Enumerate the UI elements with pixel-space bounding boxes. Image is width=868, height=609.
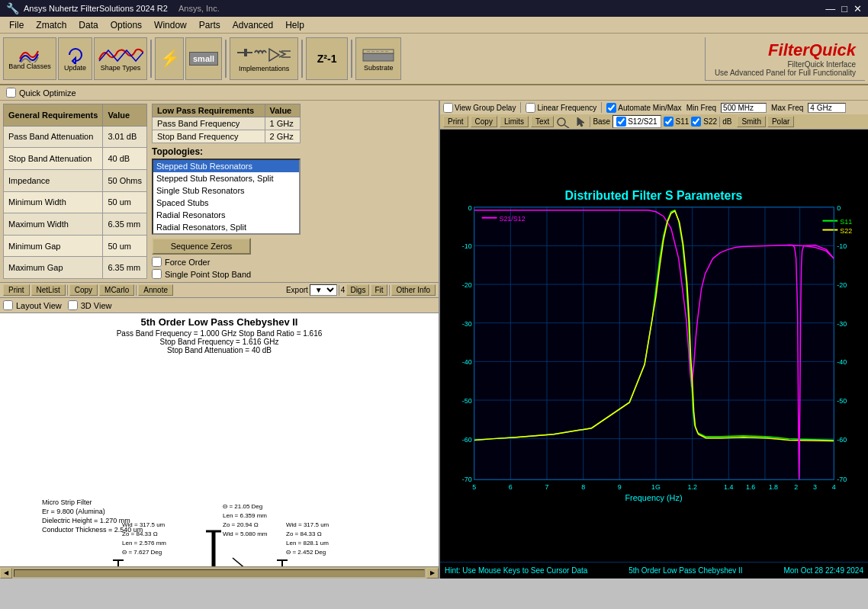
topology-radial-split[interactable]: Radial Resonators, Split	[153, 221, 299, 233]
svg-text:-40: -40	[462, 358, 472, 366]
low-pass-req-value-header: Value	[265, 104, 301, 117]
automate-minmax-checkbox[interactable]	[606, 103, 616, 113]
sp-limits-button[interactable]: Limits	[500, 116, 529, 127]
scroll-thumb[interactable]	[14, 569, 425, 577]
maximize-button[interactable]: □	[841, 3, 847, 14]
layout-view-checkbox[interactable]	[3, 300, 13, 310]
schem-copy-button[interactable]: Copy	[69, 284, 98, 296]
3d-view-checkbox[interactable]	[68, 300, 78, 310]
menu-window[interactable]: Window	[148, 18, 193, 32]
layout-view-label: Layout View	[16, 301, 62, 310]
svg-text:1.2: 1.2	[687, 483, 696, 491]
toolbar-update[interactable]: Update	[58, 37, 92, 80]
topology-spaced-stubs[interactable]: Spaced Stubs	[153, 197, 299, 209]
single-point-checkbox[interactable]	[152, 269, 162, 279]
svg-text:8: 8	[581, 483, 585, 491]
small-icon: small	[189, 52, 218, 66]
scroll-right-button[interactable]: ▶	[426, 568, 439, 579]
stub1-zo: Zo = 84.33 Ω	[122, 530, 158, 537]
svg-marker-4	[269, 49, 279, 61]
app-icon: 🔧	[6, 2, 19, 14]
toolbar-substrate[interactable]: Substrate	[355, 37, 401, 80]
substrate-icon	[359, 46, 397, 64]
close-button[interactable]: ✕	[854, 3, 862, 14]
schem-annote-button[interactable]: Annote	[138, 284, 173, 296]
band-classes-label: Band Classes	[8, 63, 51, 70]
linear-freq-checkbox[interactable]	[526, 103, 535, 113]
max-gap-label: Maximum Gap	[4, 257, 103, 279]
sp-print-button[interactable]: Print	[443, 116, 468, 127]
topology-single-stub[interactable]: Single Stub Resonators	[153, 184, 299, 197]
implementations-icon	[233, 45, 294, 65]
toolbar-optimize-icon[interactable]: ⚡	[155, 37, 184, 80]
svg-text:-10: -10	[462, 242, 472, 250]
sp-base-label: Base	[593, 117, 610, 126]
toolbar-z2[interactable]: Z²-1	[306, 37, 348, 80]
min-freq-input[interactable]	[721, 103, 767, 113]
topology-stepped-stub[interactable]: Stepped Stub Resonators	[153, 160, 299, 172]
smith-button[interactable]: Smith	[737, 116, 766, 127]
s22-checkbox[interactable]	[691, 117, 701, 127]
svg-text:-70: -70	[462, 476, 472, 483]
scroll-left-button[interactable]: ◀	[0, 568, 12, 579]
menu-parts[interactable]: Parts	[193, 18, 227, 32]
view-group-delay-checkbox[interactable]	[443, 103, 453, 113]
stub3-theta: Θ = 2.452 Deg	[286, 549, 326, 556]
optimize-bolt-icon: ⚡	[159, 49, 180, 69]
stop-band-freq-value: 2 GHz	[265, 130, 301, 143]
svg-text:-20: -20	[462, 281, 472, 289]
menu-advanced[interactable]: Advanced	[227, 18, 279, 32]
sp-s12s21-group: S12/S21	[612, 115, 661, 128]
s11-checkbox[interactable]	[664, 117, 674, 127]
max-width-value: 6.35 mm	[103, 213, 147, 236]
sp-text-button[interactable]: Text	[531, 116, 554, 127]
impedance-value: 50 Ohms	[103, 169, 147, 191]
filterquick-line2: Use Advanced Panel for Full Functionalit…	[715, 69, 856, 77]
export-area: Export ▼	[286, 284, 337, 296]
minimize-button[interactable]: —	[825, 3, 835, 14]
sp-copy-button[interactable]: Copy	[471, 116, 497, 127]
topology-stepped-stub-split[interactable]: Stepped Stub Resonators, Split	[153, 172, 299, 184]
export-select[interactable]: ▼	[310, 284, 337, 296]
menu-data[interactable]: Data	[72, 18, 104, 32]
schem-print-button[interactable]: Print	[3, 284, 30, 296]
digs-button[interactable]: Digs	[346, 284, 369, 296]
svg-text:6: 6	[509, 483, 513, 491]
menu-options[interactable]: Options	[104, 18, 148, 32]
toolbar-small[interactable]: small	[185, 37, 222, 80]
diagram-info-2: Stop Band Attenuation = 40 dB	[2, 346, 437, 354]
schem-mcarlo-button[interactable]: MCarlo	[99, 284, 134, 296]
stub3-wid: Wid = 317.5 um	[286, 521, 330, 528]
shape-types-label: Shape Types	[101, 64, 140, 72]
other-info-button[interactable]: Other Info	[391, 284, 436, 296]
left-scrollbar[interactable]: ◀ ▶	[0, 566, 439, 579]
toolbar-sep-1	[150, 40, 152, 78]
min-gap-value: 50 um	[103, 235, 147, 257]
impedance-label: Impedance	[4, 169, 103, 191]
max-freq-input[interactable]	[808, 103, 846, 113]
svg-text:5: 5	[472, 483, 476, 491]
filter-info-3: Dielectric Height = 1.270 mm	[42, 517, 130, 524]
polar-button[interactable]: Polar	[767, 116, 794, 127]
sequence-zeros-button[interactable]: Sequence Zeros	[152, 238, 251, 255]
filter-info-2: Er = 9.800 (Alumina)	[42, 508, 105, 515]
toolbar-implementations[interactable]: Implementations	[230, 37, 298, 80]
s12s21-checkbox[interactable]	[616, 117, 626, 127]
svg-text:-60: -60	[462, 436, 472, 444]
menu-zmatch[interactable]: Zmatch	[30, 18, 72, 32]
fit-button[interactable]: Fit	[371, 284, 387, 296]
topology-radial[interactable]: Radial Resonators	[153, 209, 299, 221]
max-gap-value: 6.35 mm	[103, 257, 147, 279]
force-order-checkbox[interactable]	[152, 257, 162, 267]
toolbar-band-classes[interactable]: Band Classes	[3, 37, 56, 80]
window-controls[interactable]: — □ ✕	[825, 3, 862, 14]
menu-file[interactable]: File	[3, 18, 30, 32]
s11-legend-text: S11	[840, 218, 852, 226]
toolbar-shape-types[interactable]: Shape Types	[94, 37, 147, 80]
svg-text:4: 4	[832, 483, 836, 491]
quick-optimize-checkbox[interactable]	[6, 88, 16, 98]
s11-label: S11	[676, 117, 690, 126]
menu-help[interactable]: Help	[279, 18, 310, 32]
schem-netlist-button[interactable]: NetList	[31, 284, 66, 296]
sp-sep1	[590, 117, 590, 127]
